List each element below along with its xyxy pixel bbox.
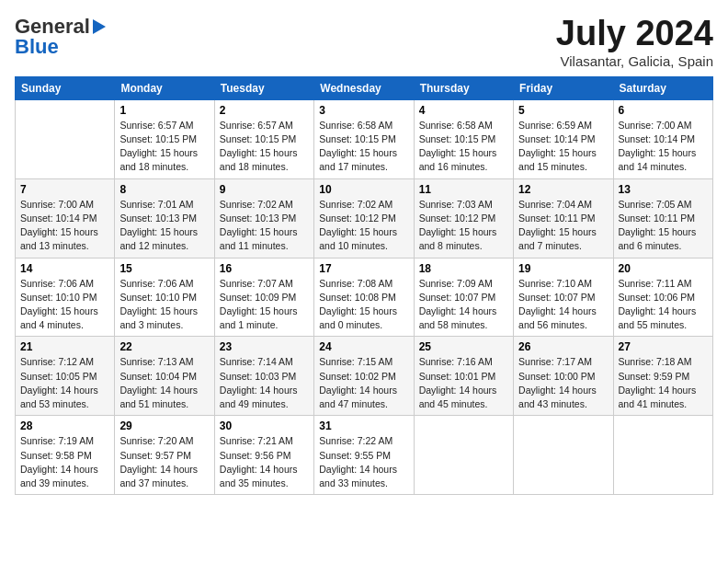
day-number: 23 (220, 340, 309, 353)
calendar-cell: 3Sunrise: 6:58 AM Sunset: 10:15 PM Dayli… (314, 99, 414, 178)
day-number: 7 (20, 183, 109, 196)
day-number: 18 (419, 262, 508, 275)
weekday-header-thursday: Thursday (414, 76, 513, 99)
calendar-cell: 30Sunrise: 7:21 AM Sunset: 9:56 PM Dayli… (214, 416, 313, 495)
day-info: Sunrise: 7:08 AM Sunset: 10:08 PM Daylig… (319, 277, 408, 333)
day-info: Sunrise: 7:00 AM Sunset: 10:14 PM Daylig… (20, 198, 109, 254)
day-info: Sunrise: 7:18 AM Sunset: 9:59 PM Dayligh… (619, 355, 708, 411)
calendar-cell: 25Sunrise: 7:16 AM Sunset: 10:01 PM Dayl… (414, 337, 513, 416)
day-number: 29 (119, 419, 209, 432)
day-number: 8 (119, 183, 209, 196)
calendar-cell: 13Sunrise: 7:05 AM Sunset: 10:11 PM Dayl… (613, 178, 712, 258)
day-number: 2 (220, 104, 309, 117)
calendar-cell: 17Sunrise: 7:08 AM Sunset: 10:08 PM Dayl… (314, 258, 414, 337)
day-info: Sunrise: 7:22 AM Sunset: 9:55 PM Dayligh… (319, 434, 408, 490)
day-info: Sunrise: 7:20 AM Sunset: 9:57 PM Dayligh… (119, 434, 209, 490)
day-info: Sunrise: 7:04 AM Sunset: 10:11 PM Daylig… (518, 198, 608, 254)
day-number: 13 (619, 183, 708, 196)
calendar-cell: 31Sunrise: 7:22 AM Sunset: 9:55 PM Dayli… (314, 416, 414, 495)
day-number: 1 (119, 104, 209, 117)
day-info: Sunrise: 7:17 AM Sunset: 10:00 PM Daylig… (518, 355, 608, 411)
day-number: 16 (220, 262, 309, 275)
day-info: Sunrise: 7:16 AM Sunset: 10:01 PM Daylig… (419, 355, 508, 411)
logo-triangle-icon (91, 17, 108, 36)
day-info: Sunrise: 7:13 AM Sunset: 10:04 PM Daylig… (119, 355, 209, 411)
day-info: Sunrise: 7:03 AM Sunset: 10:12 PM Daylig… (419, 198, 508, 254)
calendar-cell (514, 416, 613, 495)
calendar-cell: 18Sunrise: 7:09 AM Sunset: 10:07 PM Dayl… (414, 258, 513, 337)
day-info: Sunrise: 6:59 AM Sunset: 10:14 PM Daylig… (518, 119, 608, 175)
calendar-table: SundayMondayTuesdayWednesdayThursdayFrid… (15, 76, 713, 495)
calendar-cell: 8Sunrise: 7:01 AM Sunset: 10:13 PM Dayli… (115, 178, 214, 258)
day-info: Sunrise: 7:00 AM Sunset: 10:14 PM Daylig… (619, 119, 708, 175)
weekday-header-monday: Monday (115, 76, 214, 99)
day-info: Sunrise: 7:10 AM Sunset: 10:07 PM Daylig… (518, 277, 608, 333)
calendar-week-row: 14Sunrise: 7:06 AM Sunset: 10:10 PM Dayl… (16, 258, 713, 337)
weekday-header-tuesday: Tuesday (214, 76, 313, 99)
day-info: Sunrise: 6:58 AM Sunset: 10:15 PM Daylig… (419, 119, 508, 175)
logo: General Blue (15, 15, 108, 59)
day-number: 22 (119, 340, 209, 353)
day-info: Sunrise: 7:02 AM Sunset: 10:13 PM Daylig… (220, 198, 309, 254)
calendar-cell: 28Sunrise: 7:19 AM Sunset: 9:58 PM Dayli… (16, 416, 115, 495)
calendar-cell: 12Sunrise: 7:04 AM Sunset: 10:11 PM Dayl… (514, 178, 613, 258)
weekday-header-friday: Friday (514, 76, 613, 99)
day-number: 24 (319, 340, 408, 353)
day-info: Sunrise: 7:09 AM Sunset: 10:07 PM Daylig… (419, 277, 508, 333)
day-number: 19 (518, 262, 608, 275)
day-info: Sunrise: 7:07 AM Sunset: 10:09 PM Daylig… (220, 277, 309, 333)
month-title: July 2024 (556, 15, 713, 53)
calendar-cell: 2Sunrise: 6:57 AM Sunset: 10:15 PM Dayli… (214, 99, 313, 178)
day-info: Sunrise: 7:19 AM Sunset: 9:58 PM Dayligh… (20, 434, 109, 490)
logo-blue: Blue (15, 35, 59, 59)
day-info: Sunrise: 7:06 AM Sunset: 10:10 PM Daylig… (119, 277, 209, 333)
calendar-week-row: 1Sunrise: 6:57 AM Sunset: 10:15 PM Dayli… (16, 99, 713, 178)
day-number: 28 (20, 419, 109, 432)
day-info: Sunrise: 7:06 AM Sunset: 10:10 PM Daylig… (20, 277, 109, 333)
svg-marker-0 (93, 19, 106, 34)
calendar-cell: 21Sunrise: 7:12 AM Sunset: 10:05 PM Dayl… (16, 337, 115, 416)
day-info: Sunrise: 7:01 AM Sunset: 10:13 PM Daylig… (119, 198, 209, 254)
day-number: 20 (619, 262, 708, 275)
calendar-cell: 24Sunrise: 7:15 AM Sunset: 10:02 PM Dayl… (314, 337, 414, 416)
day-info: Sunrise: 6:57 AM Sunset: 10:15 PM Daylig… (220, 119, 309, 175)
day-info: Sunrise: 6:57 AM Sunset: 10:15 PM Daylig… (119, 119, 209, 175)
day-number: 10 (319, 183, 408, 196)
day-number: 9 (220, 183, 309, 196)
calendar-week-row: 28Sunrise: 7:19 AM Sunset: 9:58 PM Dayli… (16, 416, 713, 495)
weekday-header-row: SundayMondayTuesdayWednesdayThursdayFrid… (16, 76, 713, 99)
day-number: 27 (619, 340, 708, 353)
day-number: 17 (319, 262, 408, 275)
calendar-cell: 27Sunrise: 7:18 AM Sunset: 9:59 PM Dayli… (613, 337, 712, 416)
day-number: 5 (518, 104, 608, 117)
day-number: 11 (419, 183, 508, 196)
calendar-cell: 14Sunrise: 7:06 AM Sunset: 10:10 PM Dayl… (16, 258, 115, 337)
day-number: 30 (220, 419, 309, 432)
calendar-cell: 22Sunrise: 7:13 AM Sunset: 10:04 PM Dayl… (115, 337, 214, 416)
calendar-cell: 19Sunrise: 7:10 AM Sunset: 10:07 PM Dayl… (514, 258, 613, 337)
calendar-cell: 7Sunrise: 7:00 AM Sunset: 10:14 PM Dayli… (16, 178, 115, 258)
day-info: Sunrise: 7:02 AM Sunset: 10:12 PM Daylig… (319, 198, 408, 254)
calendar-cell: 26Sunrise: 7:17 AM Sunset: 10:00 PM Dayl… (514, 337, 613, 416)
calendar-cell: 10Sunrise: 7:02 AM Sunset: 10:12 PM Dayl… (314, 178, 414, 258)
calendar-cell: 16Sunrise: 7:07 AM Sunset: 10:09 PM Dayl… (214, 258, 313, 337)
day-number: 21 (20, 340, 109, 353)
day-number: 3 (319, 104, 408, 117)
title-block: July 2024 Vilasantar, Galicia, Spain (556, 15, 713, 69)
calendar-cell (613, 416, 712, 495)
location-subtitle: Vilasantar, Galicia, Spain (556, 53, 713, 69)
calendar-cell: 15Sunrise: 7:06 AM Sunset: 10:10 PM Dayl… (115, 258, 214, 337)
calendar-cell: 1Sunrise: 6:57 AM Sunset: 10:15 PM Dayli… (115, 99, 214, 178)
calendar-cell: 5Sunrise: 6:59 AM Sunset: 10:14 PM Dayli… (514, 99, 613, 178)
day-info: Sunrise: 7:14 AM Sunset: 10:03 PM Daylig… (220, 355, 309, 411)
calendar-cell: 6Sunrise: 7:00 AM Sunset: 10:14 PM Dayli… (613, 99, 712, 178)
calendar-cell: 9Sunrise: 7:02 AM Sunset: 10:13 PM Dayli… (214, 178, 313, 258)
weekday-header-sunday: Sunday (16, 76, 115, 99)
day-number: 25 (419, 340, 508, 353)
calendar-cell (16, 99, 115, 178)
calendar-cell (414, 416, 513, 495)
calendar-cell: 11Sunrise: 7:03 AM Sunset: 10:12 PM Dayl… (414, 178, 513, 258)
calendar-cell: 23Sunrise: 7:14 AM Sunset: 10:03 PM Dayl… (214, 337, 313, 416)
day-info: Sunrise: 7:12 AM Sunset: 10:05 PM Daylig… (20, 355, 109, 411)
day-number: 4 (419, 104, 508, 117)
